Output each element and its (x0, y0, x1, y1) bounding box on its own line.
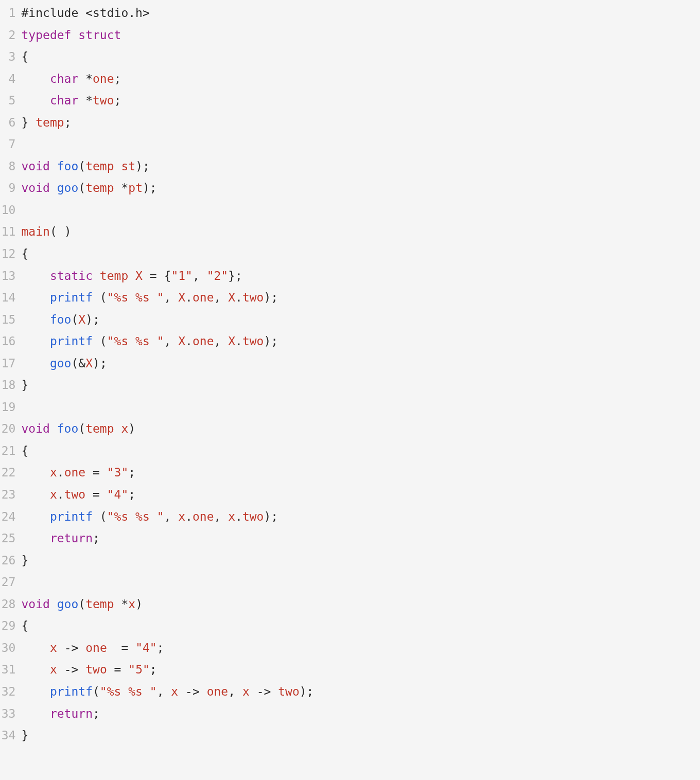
line-number: 32 (0, 681, 22, 703)
token-member: one (192, 334, 214, 348)
token-plain (22, 313, 50, 326)
token-func: printf (50, 510, 93, 523)
token-plain (57, 225, 64, 238)
token-member: two (242, 291, 264, 304)
line-content: static temp X = {"1", "2"}; (22, 265, 242, 287)
token-string: "%s %s " (107, 334, 164, 348)
token-plain (22, 269, 50, 282)
token-plain (271, 685, 278, 698)
line-content: } (22, 724, 29, 747)
line-content: x.one = "3"; (22, 462, 136, 484)
token-op: ( (71, 313, 78, 326)
token-ident: x (50, 466, 57, 479)
line-content: printf ("%s %s ", X.one, X.two); (22, 330, 278, 352)
token-plain (57, 663, 64, 676)
line-content: void goo(temp *pt); (22, 177, 157, 199)
token-keyword: typedef (22, 28, 72, 42)
token-func: printf (50, 291, 93, 304)
token-op: , (214, 291, 221, 304)
code-line: 1#include <stdio.h> (0, 2, 700, 24)
token-op: ; (93, 707, 100, 720)
token-plain (22, 685, 50, 698)
token-op: ( (100, 291, 107, 304)
line-number: 4 (0, 68, 22, 90)
line-number: 23 (0, 484, 22, 506)
token-ident: st (121, 159, 135, 173)
token-typename: temp (85, 422, 114, 435)
line-content: foo(X); (22, 309, 100, 331)
token-string: "3" (107, 466, 129, 479)
token-member: two (242, 510, 264, 523)
token-ident: one (93, 72, 114, 85)
token-typename: temp (100, 269, 128, 282)
token-plain (22, 334, 50, 348)
token-keyword: static (50, 269, 93, 282)
token-op: ( (50, 225, 57, 238)
token-plain (171, 334, 178, 348)
token-plain (114, 181, 121, 194)
token-plain (22, 357, 50, 370)
line-content: return; (22, 527, 100, 549)
token-func: printf (50, 334, 93, 348)
line-number: 22 (0, 462, 22, 484)
code-line: 9void goo(temp *pt); (0, 177, 700, 199)
line-number: 29 (0, 615, 22, 637)
token-op: ); (264, 291, 278, 304)
token-op: { (22, 50, 29, 63)
line-number: 19 (0, 396, 22, 418)
token-op: , (164, 334, 171, 348)
token-ident: x (50, 663, 57, 676)
line-number: 2 (0, 24, 22, 46)
line-number: 15 (0, 309, 22, 331)
token-func: goo (57, 597, 79, 611)
line-number: 10 (0, 199, 22, 221)
token-typename: temp (85, 597, 114, 611)
token-func: foo (50, 313, 72, 326)
token-plain (235, 685, 242, 698)
token-plain (250, 685, 257, 698)
token-plain (50, 159, 57, 173)
code-line: 2typedef struct (0, 24, 700, 46)
token-member: one (64, 466, 86, 479)
token-op: { (22, 619, 29, 632)
code-line: 33 return; (0, 703, 700, 725)
line-number: 18 (0, 374, 22, 396)
line-number: 17 (0, 352, 22, 375)
token-op: . (57, 488, 64, 501)
line-content: { (22, 243, 29, 265)
token-typename: temp (85, 159, 114, 173)
token-func: goo (57, 181, 79, 194)
token-string: "1" (171, 269, 192, 282)
token-member: two (278, 685, 300, 698)
token-plain (114, 159, 121, 173)
token-ident: x (50, 641, 57, 654)
token-op: ( (93, 685, 100, 698)
token-keyword: struct (78, 28, 121, 42)
code-line: 13 static temp X = {"1", "2"}; (0, 265, 700, 287)
code-line: 11main( ) (0, 221, 700, 243)
token-op: = (121, 641, 128, 654)
token-plain (22, 707, 50, 720)
token-op: * (85, 94, 93, 107)
line-content: char *two; (22, 90, 121, 112)
token-plain (78, 94, 85, 107)
line-number: 28 (0, 593, 22, 615)
token-op: ; (157, 641, 164, 654)
token-op: } (22, 554, 29, 567)
token-op: & (78, 357, 85, 370)
token-op: ; (114, 72, 121, 85)
token-op: ( (78, 181, 85, 194)
code-line: 19 (0, 396, 700, 418)
code-line: 7 (0, 133, 700, 155)
line-number: 13 (0, 265, 22, 287)
code-line: 12{ (0, 243, 700, 265)
token-plain (143, 269, 150, 282)
token-op: } (22, 116, 29, 129)
line-number: 30 (0, 637, 22, 659)
line-content: x -> one = "4"; (22, 637, 164, 659)
token-member: one (85, 641, 107, 654)
code-line: 17 goo(&X); (0, 352, 700, 375)
token-plain (171, 291, 178, 304)
token-op: . (185, 334, 192, 348)
line-number: 9 (0, 177, 22, 199)
